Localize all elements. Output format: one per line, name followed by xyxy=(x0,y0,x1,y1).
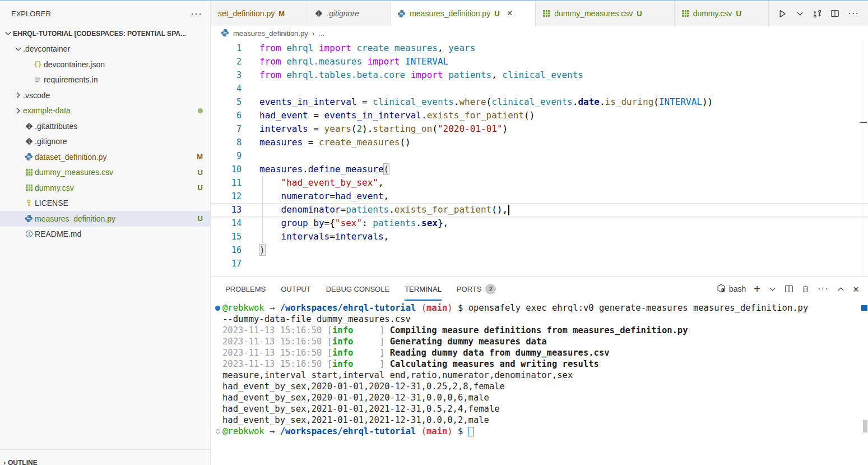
panel-tab-terminal[interactable]: TERMINAL xyxy=(405,277,442,301)
tree-item-dataset-definition-py[interactable]: dataset_definition.pyM xyxy=(0,149,210,165)
code-line-11[interactable]: 11 "had_event_by_sex", xyxy=(211,176,868,190)
maximize-panel-icon[interactable] xyxy=(837,285,845,293)
terminal-scrollbar-thumb[interactable] xyxy=(863,420,867,432)
terminal-output[interactable]: @rebkwok → /workspaces/ehrql-tutorial (m… xyxy=(211,301,868,465)
split-editor-icon xyxy=(785,284,793,293)
tab-bar: set_definition.pyM.gitignoremeasures_def… xyxy=(211,1,868,26)
tree-item-example-data[interactable]: example-data xyxy=(0,103,210,119)
code-text: measures.define_measure( xyxy=(259,163,389,176)
panel-tabs: PROBLEMSOUTPUTDEBUG CONSOLETERMINALPORTS… xyxy=(225,277,496,301)
tree-item-label: .vscode xyxy=(23,91,210,100)
csv-icon xyxy=(681,10,689,17)
editor-more-actions-icon[interactable]: ··· xyxy=(848,8,859,19)
outline-section[interactable]: › OUTLINE xyxy=(0,449,210,465)
tree-item-readme-md[interactable]: README.md xyxy=(0,227,210,242)
json-icon: {} xyxy=(34,61,41,68)
line-number: 16 xyxy=(211,243,242,257)
terminal-command-marker xyxy=(861,305,867,311)
launch-profile-chevron-icon[interactable] xyxy=(768,285,777,293)
line-number: 1 xyxy=(211,42,242,55)
tab-dummy-measures-csv[interactable]: dummy_measures.csvU xyxy=(536,1,674,26)
tab-gitignore[interactable]: .gitignore xyxy=(308,1,391,26)
code-line-7[interactable]: 7intervals = years(2).starting_on("2020-… xyxy=(211,122,868,136)
git-status-badge: M xyxy=(278,10,285,18)
code-line-2[interactable]: 2from ehrql.measures import INTERVAL xyxy=(211,55,868,68)
code-line-10[interactable]: 10measures.define_measure( xyxy=(211,163,868,176)
tree-item-label: example-data xyxy=(23,106,198,115)
tree-item-devcontainer-json[interactable]: {}devcontainer.json xyxy=(0,57,210,72)
code-text: from ehrql import create_measures, years xyxy=(259,42,475,55)
terminal-line: had_event_by_sex,2021-01-01,2021-12-31,0… xyxy=(213,415,868,426)
code-line-12[interactable]: 12 numerator=had_event, xyxy=(211,190,868,203)
csv-icon xyxy=(542,10,550,17)
split-terminal-icon[interactable] xyxy=(785,284,793,293)
code-line-6[interactable]: 6had_event = events_in_interval.exists_f… xyxy=(211,109,868,122)
panel-tab-debug-console[interactable]: DEBUG CONSOLE xyxy=(326,277,389,301)
code-line-5[interactable]: 5events_in_interval = clinical_events.wh… xyxy=(211,95,868,109)
line-number: 14 xyxy=(211,217,242,230)
run-dropdown[interactable] xyxy=(796,10,804,18)
tree-item-ehrql-tutorial-codespaces-potential-spa[interactable]: EHRQL-TUTORIAL [CODESPACES: POTENTIAL SP… xyxy=(0,26,210,42)
code-line-1[interactable]: 1from ehrql import create_measures, year… xyxy=(211,42,868,55)
tree-item-gitignore[interactable]: .gitignore xyxy=(0,134,210,150)
run-icon xyxy=(778,9,787,19)
panel-tab-label: DEBUG CONSOLE xyxy=(326,285,389,293)
breadcrumb[interactable]: measures_definition.py › ... xyxy=(211,26,868,41)
line-number: 10 xyxy=(211,163,242,176)
code-line-13[interactable]: 13 denominator=patients.exists_for_patie… xyxy=(211,203,868,217)
tree-item-vscode[interactable]: .vscode xyxy=(0,88,210,103)
run-button[interactable] xyxy=(778,9,787,19)
panel-tab-ports[interactable]: PORTS2 xyxy=(457,277,496,301)
tree-item-devcontainer[interactable]: .devcontainer xyxy=(0,42,210,57)
open-changes-button[interactable] xyxy=(813,9,822,19)
tree-item-label: .devcontainer xyxy=(23,44,210,53)
tab-dummy-csv[interactable]: dummy.csvU xyxy=(675,1,769,26)
code-line-14[interactable]: 14 group_by={"sex": patients.sex}, xyxy=(211,217,868,230)
code-line-8[interactable]: 8measures = create_measures() xyxy=(211,136,868,149)
breadcrumb-more[interactable]: ... xyxy=(318,29,324,38)
line-number: 15 xyxy=(211,230,242,243)
code-line-3[interactable]: 3from ehrql.tables.beta.core import pati… xyxy=(211,68,868,82)
terminal-shell-button[interactable]: bash xyxy=(717,284,746,294)
code-line-4[interactable]: 4 xyxy=(211,82,868,95)
tab-set-definition-py[interactable]: set_definition.pyM xyxy=(211,1,308,26)
panel-tab-label: OUTPUT xyxy=(281,285,310,293)
panel-tab-output[interactable]: OUTPUT xyxy=(281,277,310,301)
code-line-15[interactable]: 15 intervals=intervals, xyxy=(211,230,868,243)
new-terminal-button[interactable]: + xyxy=(754,283,760,294)
panel-more-actions-icon[interactable]: ··· xyxy=(818,283,829,294)
csv-icon xyxy=(25,184,33,192)
python-icon xyxy=(397,10,406,18)
explorer-sidebar: EXPLORER ··· EHRQL-TUTORIAL [CODESPACES:… xyxy=(0,1,211,465)
tree-item-label: .gitignore xyxy=(35,137,210,146)
line-number: 8 xyxy=(211,136,242,149)
terminal-line: 2023-11-13 15:16:50 [info ] Reading dumm… xyxy=(213,347,868,358)
explorer-more-actions-icon[interactable]: ··· xyxy=(191,8,202,20)
line-number: 12 xyxy=(211,190,242,203)
split-editor-button[interactable] xyxy=(830,9,839,18)
outline-label: OUTLINE xyxy=(8,459,38,465)
tree-item-label: measures_definition.py xyxy=(35,214,198,223)
code-text: numerator=had_event, xyxy=(259,190,389,203)
git-changes-dot xyxy=(198,108,203,113)
tree-item-dummy-measures-csv[interactable]: dummy_measures.csvU xyxy=(0,165,210,181)
close-panel-icon[interactable]: × xyxy=(853,284,859,294)
breadcrumb-file[interactable]: measures_definition.py xyxy=(233,29,308,38)
tree-item-license[interactable]: LICENSE xyxy=(0,196,210,211)
tree-item-gitattributes[interactable]: .gitattributes xyxy=(0,118,210,134)
tab-measures-definition-py[interactable]: measures_definition.pyU× xyxy=(391,1,536,26)
tree-item-label: dataset_definition.py xyxy=(35,153,197,162)
kill-terminal-icon[interactable] xyxy=(801,284,810,293)
tree-item-measures-definition-py[interactable]: measures_definition.pyU xyxy=(0,211,210,227)
chevron-down-icon xyxy=(4,29,12,38)
tree-item-requirements-in[interactable]: requirements.in xyxy=(0,72,210,88)
code-text: ) xyxy=(259,243,265,257)
code-line-9[interactable]: 9 xyxy=(211,149,868,163)
tree-item-dummy-csv[interactable]: dummy.csvU xyxy=(0,180,210,196)
code-line-17[interactable]: 17 xyxy=(211,257,868,270)
code-line-16[interactable]: 16) xyxy=(211,243,868,257)
code-editor[interactable]: 1from ehrql import create_measures, year… xyxy=(211,41,868,277)
close-tab-icon[interactable]: × xyxy=(507,8,513,19)
panel-tab-problems[interactable]: PROBLEMS xyxy=(225,277,266,301)
panel-tab-label: PORTS xyxy=(457,285,482,293)
